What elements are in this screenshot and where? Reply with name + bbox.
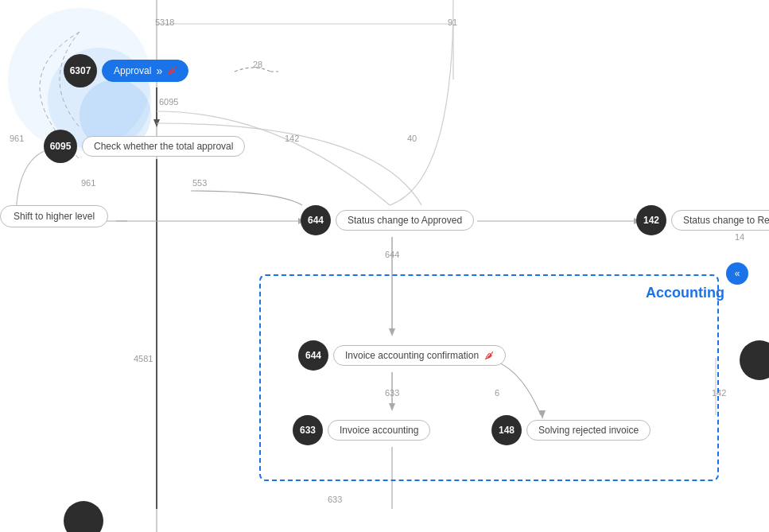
edge-label-644b: 644 [385, 250, 399, 259]
edge-label-28: 28 [253, 60, 262, 69]
status-approved-label: Status change to Approved [336, 210, 474, 231]
approval-label: Approval » 🌶 [102, 60, 188, 82]
check-approval-label: Check whether the total approval [82, 136, 245, 157]
accounting-box [259, 274, 719, 481]
approval-circle: 6307 [64, 54, 97, 87]
approval-forward-icon: » [156, 64, 162, 77]
invoice-accounting-circle: 633 [293, 415, 323, 445]
check-approval-circle: 6095 [44, 130, 77, 163]
edge-label-961b: 961 [81, 178, 95, 188]
status-rejected-circle: 142 [636, 205, 666, 235]
status-approved-circle: 644 [301, 205, 331, 235]
status-approved-node[interactable]: 644 Status change to Approved [301, 205, 474, 235]
collapse-button[interactable]: « [726, 262, 748, 285]
check-approval-node[interactable]: 6095 Check whether the total approval [44, 130, 245, 163]
solving-rejected-label: Solving rejected invoice [526, 420, 651, 441]
right-node [740, 340, 769, 380]
chili-icon-invoice-conf: 🌶 [484, 350, 494, 361]
edge-label-91: 91 [448, 17, 457, 27]
edge-label-6095: 6095 [159, 97, 178, 107]
approval-node[interactable]: 6307 Approval » 🌶 [64, 54, 188, 87]
edge-label-40: 40 [407, 134, 417, 143]
accounting-title: Accounting [646, 285, 724, 301]
shift-higher-label: Shift to higher level [0, 205, 108, 227]
bottom-left-node [64, 501, 103, 532]
invoice-confirmation-label: Invoice accounting confirmation 🌶 [333, 345, 506, 366]
invoice-accounting-node[interactable]: 633 Invoice accounting [293, 415, 430, 445]
status-rejected-label: Status change to Rejected [671, 210, 769, 231]
edge-label-961a: 961 [10, 134, 24, 143]
chili-icon-approval: 🌶 [167, 65, 177, 76]
shift-higher-node[interactable]: Shift to higher level [0, 205, 108, 227]
invoice-accounting-label: Invoice accounting [328, 420, 430, 441]
edge-label-142a: 142 [285, 134, 299, 143]
svg-marker-2 [153, 119, 160, 127]
status-rejected-node[interactable]: 142 Status change to Rejected [636, 205, 769, 235]
edge-label-5318: 5318 [155, 17, 174, 27]
invoice-confirmation-circle: 644 [298, 340, 328, 371]
edge-label-553: 553 [192, 178, 207, 188]
invoice-confirmation-node[interactable]: 644 Invoice accounting confirmation 🌶 [298, 340, 506, 371]
solving-rejected-circle: 148 [491, 415, 522, 445]
edge-label-4581: 4581 [134, 354, 153, 363]
edge-label-633b: 633 [328, 495, 342, 504]
solving-rejected-node[interactable]: 148 Solving rejected invoice [491, 415, 651, 445]
